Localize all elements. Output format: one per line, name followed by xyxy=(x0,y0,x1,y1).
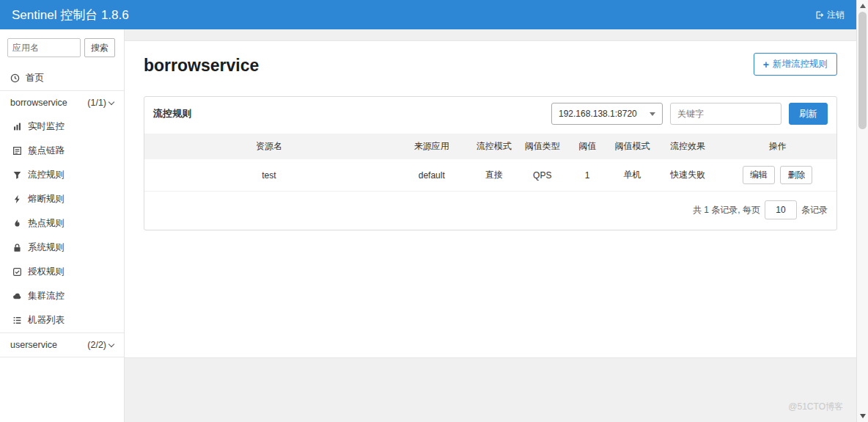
cell-threshold-mode: 单机 xyxy=(608,159,656,192)
top-bar: Sentinel 控制台 1.8.6 注销 xyxy=(0,0,856,29)
col-threshold-mode: 阈值模式 xyxy=(608,134,656,159)
col-actions: 操作 xyxy=(718,134,836,159)
page-title: borrowservice xyxy=(144,56,259,76)
app-health-count: (2/2) xyxy=(87,340,106,350)
add-flow-rule-label: 新增流控规则 xyxy=(773,58,828,70)
pagination: 共 1 条记录, 每页 条记录 xyxy=(144,192,836,230)
lock-icon xyxy=(12,243,23,253)
sidebar-item-label: 机器列表 xyxy=(28,314,65,327)
cluster-link-icon xyxy=(12,146,23,156)
cloud-icon xyxy=(12,291,23,302)
vertical-scrollbar[interactable] xyxy=(856,0,868,422)
machine-select[interactable]: 192.168.138.1:8720 xyxy=(551,103,663,125)
sidebar-item-label: 系统规则 xyxy=(28,241,65,254)
sidebar-item-authority-rules[interactable]: 授权规则 xyxy=(0,260,124,284)
chart-bar-icon xyxy=(12,122,23,132)
logout-button[interactable]: 注销 xyxy=(814,9,845,21)
sidebar-item-label: 实时监控 xyxy=(28,120,65,133)
sidebar-item-label: 集群流控 xyxy=(28,290,65,302)
sidebar-item-realtime-monitor[interactable]: 实时监控 xyxy=(0,114,124,139)
table-row: test default 直接 QPS 1 单机 快速失败 编辑 删除 xyxy=(144,159,836,192)
sidebar-app-userservice[interactable]: userservice (2/2) xyxy=(0,332,124,357)
cell-threshold: 1 xyxy=(567,159,608,192)
sidebar-app-borrowservice[interactable]: borrowservice (1/1) xyxy=(0,90,124,114)
col-flow-mode: 流控模式 xyxy=(470,134,518,159)
logout-label: 注销 xyxy=(827,9,845,21)
sidebar-item-system-rules[interactable]: 系统规则 xyxy=(0,236,124,260)
check-square-icon xyxy=(12,267,23,277)
sidebar-item-machine-list[interactable]: 机器列表 xyxy=(0,308,124,332)
panel-title: 流控规则 xyxy=(153,107,191,120)
scroll-down-arrow-icon[interactable] xyxy=(860,414,866,418)
clock-icon xyxy=(10,73,21,84)
cell-actions: 编辑 删除 xyxy=(718,159,836,192)
scroll-up-arrow-icon[interactable] xyxy=(860,4,866,8)
filter-icon xyxy=(12,170,23,181)
sidebar: 搜索 首页 borrowservice (1/1) 实时监控 xyxy=(0,29,125,422)
sidebar-item-label: 簇点链路 xyxy=(28,145,65,157)
sidebar-item-cluster-flow[interactable]: 集群流控 xyxy=(0,284,124,308)
sidebar-item-flow-rules[interactable]: 流控规则 xyxy=(0,163,124,187)
add-flow-rule-button[interactable]: + 新增流控规则 xyxy=(754,53,837,76)
caret-down-icon xyxy=(650,112,655,116)
chevron-down-icon xyxy=(108,98,114,104)
bolt-icon xyxy=(12,194,23,205)
cell-flow-mode: 直接 xyxy=(470,159,518,192)
sidebar-item-label: 授权规则 xyxy=(28,266,65,278)
app-search-input[interactable] xyxy=(7,38,81,57)
sidebar-item-label: 熔断规则 xyxy=(28,193,65,205)
cell-source-app: default xyxy=(394,159,470,192)
app-title: Sentinel 控制台 1.8.6 xyxy=(12,7,129,23)
col-threshold: 阈值 xyxy=(567,134,608,159)
content-card: borrowservice + 新增流控规则 流控规则 192.168.138.… xyxy=(125,40,856,358)
scrollbar-thumb[interactable] xyxy=(858,12,867,129)
cell-resource: test xyxy=(144,159,394,192)
sidebar-item-home[interactable]: 首页 xyxy=(0,66,124,90)
watermark-text: @51CTO博客 xyxy=(788,401,843,413)
sidebar-item-hotspot-rules[interactable]: 热点规则 xyxy=(0,211,124,236)
col-threshold-type: 阈值类型 xyxy=(518,134,567,159)
sidebar-item-cluster-link[interactable]: 簇点链路 xyxy=(0,139,124,163)
col-resource: 资源名 xyxy=(144,134,394,159)
sign-out-icon xyxy=(814,10,824,20)
app-name: userservice xyxy=(10,340,57,350)
delete-button[interactable]: 删除 xyxy=(780,166,812,184)
machine-select-value: 192.168.138.1:8720 xyxy=(559,109,637,119)
flow-rules-panel: 流控规则 192.168.138.1:8720 刷新 xyxy=(144,96,837,230)
app-window: Sentinel 控制台 1.8.6 注销 搜索 首页 borrowservic… xyxy=(0,0,856,422)
page-size-input[interactable] xyxy=(765,200,797,219)
pagination-suffix-text: 条记录 xyxy=(801,204,828,217)
list-icon xyxy=(12,316,23,326)
col-source-app: 来源应用 xyxy=(394,134,470,159)
table-header-row: 资源名 来源应用 流控模式 阈值类型 阈值 阈值模式 流控效果 操作 xyxy=(144,134,836,159)
keyword-input[interactable] xyxy=(670,103,781,125)
edit-button[interactable]: 编辑 xyxy=(743,166,775,184)
cell-threshold-type: QPS xyxy=(518,159,567,192)
sidebar-item-label: 首页 xyxy=(26,72,44,84)
refresh-button[interactable]: 刷新 xyxy=(789,103,828,125)
cell-flow-effect: 快速失败 xyxy=(657,159,719,192)
sidebar-item-label: 流控规则 xyxy=(28,169,65,181)
pagination-total-text: 共 1 条记录, 每页 xyxy=(693,204,760,217)
flame-icon xyxy=(12,219,23,229)
sidebar-item-label: 热点规则 xyxy=(28,217,65,230)
app-search-button[interactable]: 搜索 xyxy=(84,38,115,57)
app-health-count: (1/1) xyxy=(87,98,106,108)
sidebar-item-degrade-rules[interactable]: 熔断规则 xyxy=(0,187,124,211)
plus-icon: + xyxy=(763,59,769,70)
flow-rules-table: 资源名 来源应用 流控模式 阈值类型 阈值 阈值模式 流控效果 操作 xyxy=(144,134,836,192)
app-name: borrowservice xyxy=(10,98,67,108)
chevron-down-icon xyxy=(108,341,114,346)
col-flow-effect: 流控效果 xyxy=(657,134,719,159)
main-content: borrowservice + 新增流控规则 流控规则 192.168.138.… xyxy=(125,29,856,422)
